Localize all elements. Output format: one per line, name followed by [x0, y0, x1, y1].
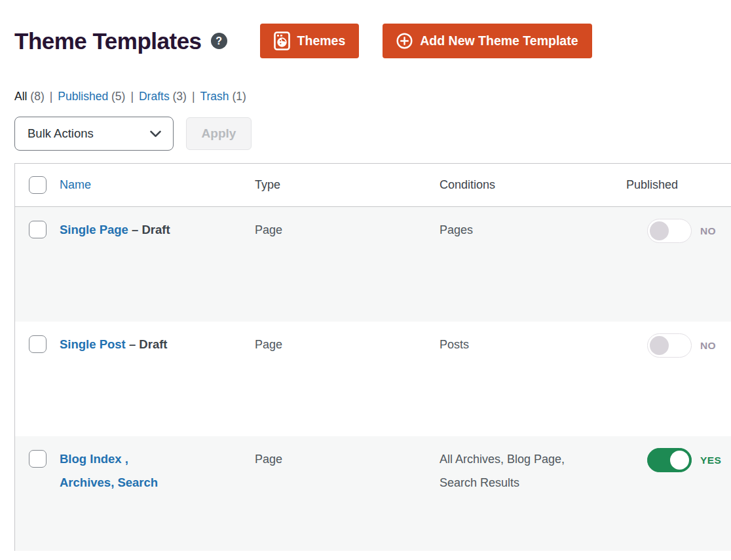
filter-published-count: (5) — [111, 90, 125, 103]
template-conditions: Posts — [440, 333, 571, 356]
publish-toggle-label: NO — [700, 340, 716, 352]
plus-circle-icon — [396, 33, 413, 49]
status-filters: All (8) | Published (5) | Drafts (3) | T… — [14, 90, 731, 103]
bulk-actions-bar: Bulk Actions Apply — [14, 117, 731, 151]
publish-toggle[interactable] — [647, 219, 692, 243]
chevron-down-icon — [150, 126, 161, 141]
page-header: Theme Templates ? Themes Add New Theme T… — [0, 0, 731, 58]
template-type: Page — [255, 218, 386, 242]
filter-trash-label: Trash — [200, 90, 229, 103]
column-header-type: Type — [255, 178, 440, 192]
publish-toggle[interactable] — [647, 333, 692, 358]
toggle-knob — [650, 221, 669, 240]
filter-all-count: (8) — [30, 90, 44, 103]
template-name-link[interactable]: Single Page — [60, 218, 128, 242]
filter-separator: | — [50, 90, 53, 103]
publish-toggle[interactable] — [647, 448, 692, 472]
table-row: Single Page – Draft Page Pages NO — [15, 207, 731, 322]
template-conditions: All Archives, Blog Page, Search Results — [440, 447, 571, 495]
publish-toggle-label: YES — [700, 455, 721, 466]
add-new-theme-template-button[interactable]: Add New Theme Template — [383, 24, 591, 58]
help-icon[interactable]: ? — [211, 33, 227, 49]
table-row: Single Post – Draft Page Posts NO — [15, 322, 731, 436]
filter-drafts[interactable]: Drafts (3) — [139, 90, 187, 103]
publish-toggle-label: NO — [700, 225, 716, 237]
page-title: Theme Templates — [14, 28, 202, 54]
row-checkbox[interactable] — [29, 450, 47, 468]
template-conditions: Pages — [440, 218, 571, 242]
toggle-knob — [650, 336, 669, 355]
filter-published-label: Published — [58, 90, 108, 103]
themes-palette-icon — [274, 31, 290, 50]
bulk-actions-selected-value: Bulk Actions — [28, 126, 94, 141]
row-checkbox[interactable] — [29, 221, 47, 238]
filter-drafts-label: Drafts — [139, 90, 170, 103]
column-header-name[interactable]: Name — [60, 178, 91, 191]
filter-separator: | — [192, 90, 195, 103]
themes-button[interactable]: Themes — [260, 24, 360, 58]
table-header-row: Name Type Conditions Published — [15, 164, 731, 207]
table-row: Blog Index , Archives, Search Page All A… — [15, 436, 731, 551]
filter-separator: | — [130, 90, 134, 103]
column-header-conditions: Conditions — [440, 178, 626, 192]
row-checkbox[interactable] — [29, 335, 47, 353]
template-name-link[interactable]: Blog Index , Archives, Search — [60, 447, 178, 495]
themes-button-label: Themes — [297, 33, 346, 48]
filter-all[interactable]: All (8) — [14, 90, 45, 103]
template-status-suffix: – Draft — [128, 223, 170, 236]
filter-trash[interactable]: Trash (1) — [200, 90, 246, 103]
apply-button[interactable]: Apply — [186, 117, 252, 150]
add-button-label: Add New Theme Template — [420, 33, 578, 48]
filter-published[interactable]: Published (5) — [58, 90, 125, 103]
template-type: Page — [255, 333, 386, 356]
select-all-checkbox[interactable] — [29, 176, 47, 194]
toggle-knob — [670, 451, 689, 470]
filter-trash-count: (1) — [232, 90, 246, 103]
template-status-suffix: – Draft — [126, 337, 168, 351]
template-type: Page — [255, 447, 386, 471]
column-header-published: Published — [626, 178, 731, 192]
theme-templates-table: Name Type Conditions Published Single Pa… — [14, 163, 731, 551]
template-name-link[interactable]: Single Post — [60, 333, 126, 356]
bulk-actions-select[interactable]: Bulk Actions — [14, 117, 174, 151]
filter-all-label: All — [14, 90, 27, 103]
filter-drafts-count: (3) — [173, 90, 187, 103]
